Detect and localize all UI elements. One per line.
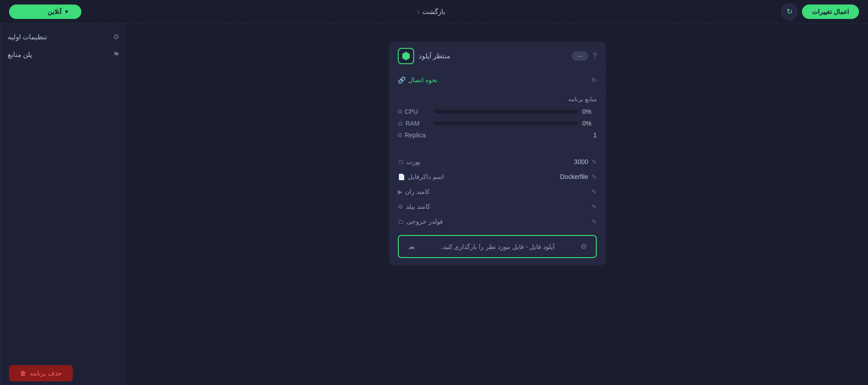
bottom-bar: حذف برنامه 🗑 <box>0 362 868 385</box>
connection-row: ↻ نحوه اتصال 🔗 <box>389 71 606 89</box>
output-folder-label-text: فولدر خروجی <box>406 218 443 225</box>
build-command-left: ✎ <box>588 203 597 210</box>
delete-label: حذف برنامه <box>30 370 62 377</box>
build-command-label: کامند بیلد ⚙ <box>398 203 430 210</box>
cpu-value: 0% <box>582 108 597 115</box>
output-folder-icon: 🗀 <box>398 218 404 225</box>
run-command-label-text: کامند ران <box>405 188 430 195</box>
ram-value: 0% <box>582 120 597 127</box>
dockerfile-row: ✎ Dockerfile اسم داکرفایل 📄 <box>398 169 597 184</box>
replica-row: 1 Replica ⧉ <box>398 131 597 144</box>
top-bar-left: اعمال تغییرات ↻ <box>781 4 859 20</box>
run-command-edit-icon[interactable]: ✎ <box>592 188 597 195</box>
refresh-small-icon[interactable]: ↻ <box>591 76 597 84</box>
ram-label-text: RAM <box>406 120 420 127</box>
ram-copy-icon[interactable]: ⊟ <box>398 120 403 127</box>
breadcrumb-chevron: › <box>417 8 420 15</box>
replica-copy-icon[interactable]: ⧉ <box>398 131 402 139</box>
replica-label-text: Replica <box>405 131 426 139</box>
output-folder-label: فولدر خروجی 🗀 <box>398 218 443 225</box>
dockerfile-icon: 📄 <box>398 174 405 180</box>
status-button[interactable]: ▾ آنلاین <box>9 5 81 19</box>
port-left: ✎ 3000 <box>574 158 597 165</box>
cpu-label-text: CPU <box>405 108 418 115</box>
breadcrumb: بازگشت › <box>417 8 445 16</box>
port-icon: 🗀 <box>398 159 404 165</box>
dockerfile-label-text: اسم داکرفایل <box>408 173 444 180</box>
nodejs-icon <box>398 48 414 64</box>
dockerfile-left: ✎ Dockerfile <box>560 173 597 180</box>
resources-title: منابع برنامه <box>398 96 597 103</box>
replica-value: 1 <box>593 131 597 139</box>
upload-cloud-icon: ☁ <box>408 242 415 251</box>
top-bar-right: ▾ آنلاین <box>9 5 81 19</box>
build-command-label-text: کامند بیلد <box>406 203 430 210</box>
upload-settings-icon: ⚙ <box>580 242 587 251</box>
connection-text: نحوه اتصال <box>408 76 438 84</box>
cpu-label: CPU ⧉ <box>398 108 429 115</box>
run-command-icon: ▶ <box>398 188 402 195</box>
port-row: ✎ 3000 پورت 🗀 <box>398 155 597 169</box>
delete-icon: 🗑 <box>20 370 26 377</box>
output-folder-left: ✎ <box>588 218 597 225</box>
flag-icon[interactable]: ⚑ <box>113 50 119 59</box>
resources-section: منابع برنامه 0% CPU ⧉ 0% <box>389 89 606 155</box>
port-label: پورت 🗀 <box>398 158 420 165</box>
port-value: 3000 <box>574 158 588 165</box>
ram-bar-container <box>434 122 578 125</box>
connection-label[interactable]: نحوه اتصال 🔗 <box>398 76 438 84</box>
run-command-label: کامند ران ▶ <box>398 188 430 195</box>
initial-settings-label: تنظیمات اولیه <box>8 33 47 41</box>
port-label-text: پورت <box>406 158 420 165</box>
build-command-row: ✎ کامند بیلد ⚙ <box>398 199 597 214</box>
replica-label: Replica ⧉ <box>398 131 426 139</box>
refresh-button[interactable]: ↻ <box>781 4 797 20</box>
initial-settings-section: ⚙ تنظیمات اولیه <box>8 33 119 41</box>
cpu-row: 0% CPU ⧉ <box>398 108 597 115</box>
question-icon[interactable]: ? <box>593 52 597 60</box>
right-sidebar: ⚙ تنظیمات اولیه ⚑ پلن منابع <box>0 23 127 385</box>
build-command-edit-icon[interactable]: ✎ <box>592 203 597 210</box>
link-icon: 🔗 <box>398 76 406 84</box>
resource-plan-label: پلن منابع <box>8 51 32 59</box>
settings-gear-icon[interactable]: ⚙ <box>113 33 119 41</box>
port-edit-icon[interactable]: ✎ <box>592 159 597 165</box>
delete-button[interactable]: حذف برنامه 🗑 <box>9 365 73 381</box>
dockerfile-label: اسم داکرفایل 📄 <box>398 173 444 180</box>
card-header: ? --- منتظر آپلود <box>389 42 606 71</box>
dockerfile-edit-icon[interactable]: ✎ <box>592 174 597 180</box>
cpu-copy-icon[interactable]: ⧉ <box>398 108 402 115</box>
chevron-down-icon: ▾ <box>65 9 68 15</box>
resource-plan-section: ⚑ پلن منابع <box>8 50 119 59</box>
ram-label: RAM ⊟ <box>398 120 429 127</box>
output-folder-row: ✎ فولدر خروجی 🗀 <box>398 214 597 229</box>
ram-row: 0% RAM ⊟ <box>398 120 597 127</box>
status-label: آنلاین <box>47 8 61 15</box>
card-header-left: ? --- <box>572 52 597 61</box>
cpu-bar-container <box>434 110 578 113</box>
build-command-icon: ⚙ <box>398 203 403 210</box>
config-section: ✎ 3000 پورت 🗀 ✎ Dockerfile اسم دا <box>389 155 606 235</box>
main-card: ? --- منتظر آپلود ↻ نحوه اتصال <box>389 42 606 265</box>
run-command-left: ✎ <box>588 188 597 195</box>
run-command-row: ✎ کامند ران ▶ <box>398 184 597 199</box>
card-title: منتظر آپلود <box>419 52 450 60</box>
back-label[interactable]: بازگشت <box>422 8 445 16</box>
dockerfile-value: Dockerfile <box>560 173 588 180</box>
upload-text: آپلود فایل - فایل مورد نظر را بارگذاری ک… <box>441 243 555 250</box>
card-header-right: منتظر آپلود <box>398 48 450 64</box>
top-bar: اعمال تغییرات ↻ بازگشت › ▾ آنلاین <box>0 0 868 23</box>
content-area: ? --- منتظر آپلود ↻ نحوه اتصال <box>127 23 868 385</box>
status-pill: --- <box>572 52 588 61</box>
upload-section[interactable]: ⚙ آپلود فایل - فایل مورد نظر را بارگذاری… <box>398 235 597 258</box>
apply-button[interactable]: اعمال تغییرات <box>802 5 859 19</box>
main-layout: ? --- منتظر آپلود ↻ نحوه اتصال <box>0 23 868 385</box>
output-folder-edit-icon[interactable]: ✎ <box>592 218 597 225</box>
